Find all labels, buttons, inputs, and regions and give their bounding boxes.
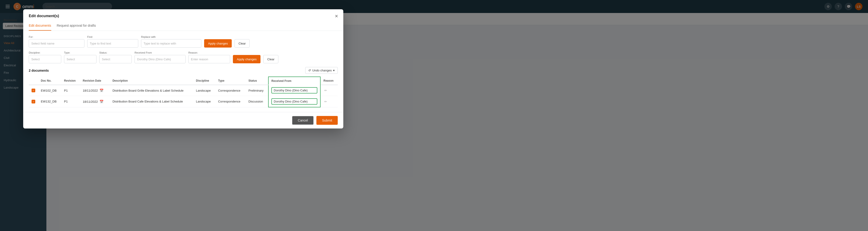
reason-filter-group: Reason: [188,51,230,63]
row2-status: Discussion [246,96,268,107]
discipline-input[interactable] [29,55,61,63]
discipline-filter-group: Discipline: [29,51,61,63]
col-revision: Revision [61,77,80,85]
chevron-down-icon: ▾ [333,69,335,72]
row1-clear-button[interactable]: Clear [235,39,250,47]
received-from-filter-group: Received From [134,51,186,63]
row1-checkbox[interactable]: ✓ [32,89,35,92]
for-filter-group: For: [29,35,85,47]
status-input[interactable] [99,55,132,63]
row1-checkbox-cell: ✓ [29,85,38,96]
undo-changes-button[interactable]: ↺ Undo changes ▾ [305,67,338,74]
table-section: 2 documents ↺ Undo changes ▾ Doc No. Rev… [29,67,338,107]
row1-edit-icon[interactable]: ✏ [323,88,328,93]
col-doc-no: Doc No. [38,77,61,85]
row2-revision: P1 [61,96,80,107]
row2-revision-date: 18/11/2022 📅 [80,96,110,107]
type-label: Type: [64,51,96,54]
row1-received-from-cell: Dorothy Dino (Dino Cafe) [268,85,320,96]
row1-status: Preliminary [246,85,268,96]
status-label: Status: [99,51,132,54]
row2-type: Correspondence [215,96,246,107]
row2-description: Distribution Board Cafe Elevations & Lab… [110,96,193,107]
row2-discipline: Landscape [193,96,215,107]
row2-edit-icon[interactable]: ✏ [323,99,328,104]
tab-edit-documents[interactable]: Edit documents [29,22,51,31]
col-checkbox [29,77,38,85]
col-discipline: Discipline [193,77,215,85]
row2-reason-cell: ✏ [320,96,338,107]
row1-doc-no: EW102_DB [38,85,61,96]
type-filter-group: Type: [64,51,96,63]
metadata-filter-row: Discipline: Type: Status: Received From … [29,51,338,63]
documents-table: Doc No. Revision Revision Date Descripti… [29,76,338,107]
table-count: 2 documents [29,69,49,72]
cancel-button[interactable]: Cancel [292,116,314,125]
col-status: Status [246,77,268,85]
table-header: Doc No. Revision Revision Date Descripti… [29,77,338,85]
col-revision-date: Revision Date [80,77,110,85]
reason-label: Reason: [188,51,230,54]
table-header-row: 2 documents ↺ Undo changes ▾ [29,67,338,74]
row1-received-from-value: Dorothy Dino (Dino Cafe) [271,87,317,94]
submit-button[interactable]: Submit [316,116,338,125]
row2-apply-button[interactable]: Apply changes [233,55,260,63]
col-reason: Reason [320,77,338,85]
reason-input[interactable] [188,55,230,63]
row1-revision: P1 [61,85,80,96]
table-row: ✓ EW102_DB P1 18/11/2022 📅 Distribution … [29,85,338,96]
row2-checkbox[interactable]: ✓ [32,100,35,103]
modal-overlay: Edit document(s) ✕ Edit documents Reques… [0,0,868,231]
calendar-icon[interactable]: 📅 [99,88,104,93]
find-replace-row: For: Find: Replace with Apply changes Cl… [29,35,338,47]
row2-received-from-value: Dorothy Dino (Dino Cafe) [271,98,317,105]
row2-clear-button[interactable]: Clear [263,55,278,63]
for-input[interactable] [29,39,85,47]
discipline-label: Discipline: [29,51,61,54]
replace-label: Replace with [141,35,202,38]
tab-request-approval[interactable]: Request approval for drafts [57,22,96,31]
row2-received-from-cell: Dorothy Dino (Dino Cafe) [268,96,320,107]
row1-apply-button[interactable]: Apply changes [204,39,232,47]
col-description: Description [110,77,193,85]
modal-body: For: Find: Replace with Apply changes Cl… [23,31,343,112]
row2-doc-no: EW132_DB [38,96,61,107]
row1-reason-cell: ✏ [320,85,338,96]
modal-header: Edit document(s) ✕ Edit documents Reques… [23,9,343,31]
find-filter-group: Find: [87,35,138,47]
for-label: For: [29,35,85,38]
row2-checkbox-cell: ✓ [29,96,38,107]
row1-description: Distribution Board Grille Elevations & L… [110,85,193,96]
type-input[interactable] [64,55,96,63]
modal-title: Edit document(s) [29,14,338,18]
received-from-label: Received From [134,51,186,54]
received-from-input[interactable] [134,55,186,63]
col-received-from: Received From [268,77,320,85]
undo-icon: ↺ [308,69,311,72]
row1-type: Correspondence [215,85,246,96]
row1-discipline: Landscape [193,85,215,96]
table-row: ✓ EW132_DB P1 18/11/2022 📅 Distribution … [29,96,338,107]
modal-footer: Cancel Submit [23,112,343,129]
find-label: Find: [87,35,138,38]
replace-input[interactable] [141,39,202,47]
col-type: Type [215,77,246,85]
row1-revision-date: 18/11/2022 📅 [80,85,110,96]
edit-documents-modal: Edit document(s) ✕ Edit documents Reques… [23,9,343,129]
calendar-icon-2[interactable]: 📅 [99,99,104,104]
find-input[interactable] [87,39,138,47]
modal-close-button[interactable]: ✕ [333,13,340,20]
replace-filter-group: Replace with [141,35,202,47]
status-filter-group: Status: [99,51,132,63]
modal-tabs: Edit documents Request approval for draf… [29,22,338,31]
